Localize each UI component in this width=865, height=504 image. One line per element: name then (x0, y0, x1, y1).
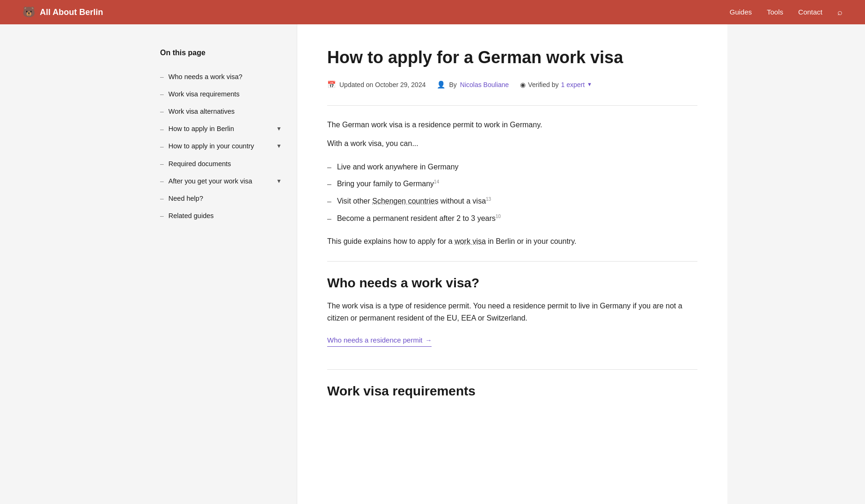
sidebar-item-apply-berlin[interactable]: – How to apply in Berlin ▼ (160, 120, 282, 138)
benefit-text: Become a permanent resident after 2 to 3… (337, 212, 501, 225)
main-nav: Guides Tools Contact ⌕ (730, 6, 843, 19)
benefit-item-4: – Become a permanent resident after 2 to… (327, 210, 697, 227)
benefit-text: Visit other Schengen countries without a… (337, 195, 491, 207)
section-who-needs: Who needs a work visa? The work visa is … (327, 275, 697, 347)
sidebar-label: Required documents (169, 159, 231, 169)
benefit-item-2: – Bring your family to Germany14 (327, 175, 697, 193)
cta-text: Who needs a residence permit (327, 335, 422, 346)
sidebar-item-alternatives[interactable]: – Work visa alternatives (160, 103, 282, 120)
sidebar-label: How to apply in your country (169, 141, 254, 152)
benefit-text: Bring your family to Germany14 (337, 178, 439, 190)
dash-icon: – (327, 178, 331, 190)
chevron-down-icon: ▼ (276, 177, 282, 186)
intro-paragraph-2: With a work visa, you can... (327, 138, 697, 150)
benefits-list: – Live and work anywhere in Germany – Br… (327, 159, 697, 227)
nav-contact[interactable]: Contact (798, 7, 822, 18)
bear-icon: 🐻 (22, 4, 35, 20)
dash-icon: – (160, 193, 164, 204)
updated-label: Updated on October 29, 2024 (339, 80, 425, 90)
dash-icon: – (327, 213, 331, 225)
residence-permit-link[interactable]: Who needs a residence permit → (327, 335, 432, 347)
intro-paragraph-1: The German work visa is a residence perm… (327, 119, 697, 131)
sidebar-item-requirements[interactable]: – Work visa requirements (160, 86, 282, 103)
section-requirements: Work visa requirements (327, 383, 697, 400)
sidebar-label: Work visa alternatives (169, 106, 235, 117)
footnote: 13 (486, 197, 491, 202)
verified-icon: ◉ (520, 80, 526, 90)
sidebar-nav: – Who needs a work visa? – Work visa req… (160, 68, 282, 225)
sidebar-item-related[interactable]: – Related guides (160, 207, 282, 225)
dash-icon: – (160, 159, 164, 169)
search-icon[interactable]: ⌕ (837, 6, 843, 19)
sidebar-item-help[interactable]: – Need help? (160, 190, 282, 207)
benefit-item-3: – Visit other Schengen countries without… (327, 193, 697, 210)
page-layout: On this page – Who needs a work visa? – … (138, 24, 727, 504)
article-title: How to apply for a German work visa (327, 47, 697, 68)
expert-link[interactable]: 1 expert (561, 80, 585, 90)
calendar-icon: 📅 (327, 79, 336, 90)
nav-guides[interactable]: Guides (730, 7, 752, 18)
article-meta: 📅 Updated on October 29, 2024 👤 By Nicol… (327, 79, 697, 90)
sidebar-label: Work visa requirements (169, 89, 240, 100)
work-visa-link[interactable]: work visa (454, 237, 486, 245)
chevron-down-icon: ▼ (276, 124, 282, 133)
sidebar-item-after[interactable]: – After you get your work visa ▼ (160, 173, 282, 190)
dash-icon: – (160, 211, 164, 221)
benefit-item-1: – Live and work anywhere in Germany (327, 159, 697, 176)
author-by: By (449, 80, 456, 90)
dash-icon: – (160, 72, 164, 82)
footnote: 10 (496, 213, 501, 219)
divider-2 (327, 261, 697, 262)
dash-icon: – (160, 89, 164, 99)
brand-name: All About Berlin (40, 6, 103, 19)
sidebar-title: On this page (160, 47, 282, 59)
divider-3 (327, 369, 697, 370)
sidebar-item-apply-country[interactable]: – How to apply in your country ▼ (160, 138, 282, 155)
author-meta: 👤 By Nicolas Bouliane (437, 79, 509, 90)
author-link[interactable]: Nicolas Bouliane (460, 80, 509, 90)
sidebar-label: Related guides (169, 211, 214, 221)
nav-tools[interactable]: Tools (767, 7, 783, 18)
updated-meta: 📅 Updated on October 29, 2024 (327, 79, 425, 90)
dash-icon: – (160, 141, 164, 152)
site-header: 🐻 All About Berlin Guides Tools Contact … (0, 0, 865, 24)
section-who-heading: Who needs a work visa? (327, 275, 697, 292)
sidebar-item-documents[interactable]: – Required documents (160, 155, 282, 173)
sidebar: On this page – Who needs a work visa? – … (138, 24, 297, 504)
dash-icon: – (160, 176, 164, 186)
sidebar-label: Who needs a work visa? (169, 72, 242, 82)
intro-paragraph-3: This guide explains how to apply for a w… (327, 235, 697, 248)
chevron-down-icon: ▼ (276, 142, 282, 151)
verified-meta: ◉ Verified by 1 expert ▼ (520, 80, 592, 90)
dash-icon: – (160, 106, 164, 117)
dash-icon: – (327, 161, 331, 174)
benefit-text: Live and work anywhere in Germany (337, 161, 459, 173)
sidebar-label: After you get your work visa (169, 176, 252, 187)
arrow-icon: → (425, 335, 432, 345)
person-icon: 👤 (437, 79, 446, 90)
sidebar-label: How to apply in Berlin (169, 124, 234, 134)
sidebar-label: Need help? (169, 193, 203, 204)
divider (327, 105, 697, 106)
section-who-body: The work visa is a type of residence per… (327, 300, 697, 325)
main-content: How to apply for a German work visa 📅 Up… (297, 24, 727, 504)
footnote: 14 (434, 179, 439, 184)
brand-link[interactable]: 🐻 All About Berlin (22, 4, 103, 20)
chevron-down-icon[interactable]: ▼ (587, 80, 592, 89)
schengen-link[interactable]: Schengen countries (372, 197, 438, 205)
sidebar-item-who-needs[interactable]: – Who needs a work visa? (160, 68, 282, 86)
dash-icon: – (160, 124, 164, 134)
section-requirements-heading: Work visa requirements (327, 383, 697, 400)
dash-icon: – (327, 196, 331, 208)
verified-label: Verified by (528, 80, 558, 90)
